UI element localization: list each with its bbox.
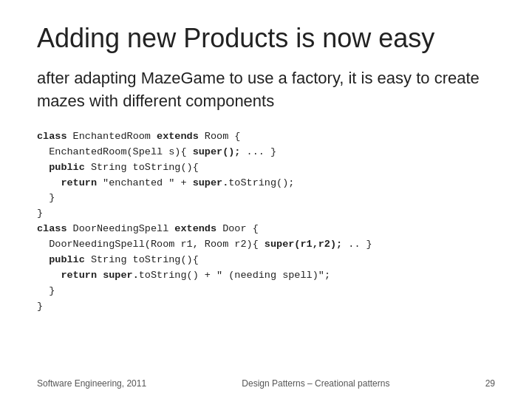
- keyword-super-2: super.: [193, 177, 229, 188]
- code-line-6: }: [37, 206, 495, 222]
- code-line-5: }: [37, 191, 495, 206]
- keyword-super-1: super();: [193, 146, 241, 157]
- code-line-11: }: [37, 284, 495, 299]
- footer: Software Engineering, 2011 Design Patter…: [37, 378, 495, 389]
- keyword-super-4: super.: [103, 270, 139, 281]
- slide-title: Adding new Products is now easy: [37, 22, 495, 54]
- code-line-8: DoorNeedingSpell(Room r1, Room r2){ supe…: [37, 237, 495, 253]
- keyword-public-2: public: [49, 254, 85, 265]
- code-line-2: EnchantedRoom(Spell s){ super(); ... }: [37, 145, 495, 160]
- code-block: class EnchantedRoom extends Room { Encha…: [37, 129, 495, 369]
- code-line-4: return "enchanted " + super.toString();: [37, 176, 495, 191]
- footer-left: Software Engineering, 2011: [37, 378, 146, 389]
- keyword-extends-1: extends: [157, 131, 199, 142]
- keyword-extends-2: extends: [174, 223, 216, 234]
- keyword-public-1: public: [49, 162, 85, 173]
- code-line-9: public String toString(){: [37, 253, 495, 268]
- code-line-3: public String toString(){: [37, 160, 495, 176]
- code-line-1: class EnchantedRoom extends Room {: [37, 129, 495, 145]
- slide: Adding new Products is now easy after ad…: [0, 0, 532, 399]
- subtitle-text: after adapting MazeGame to use a factory…: [37, 67, 495, 113]
- footer-center: Design Patterns – Creational patterns: [242, 378, 389, 389]
- footer-right: 29: [485, 378, 495, 389]
- code-line-7: class DoorNeedingSpell extends Door {: [37, 222, 495, 237]
- keyword-super-3: super(r1,r2);: [265, 239, 342, 250]
- keyword-class-1: class: [37, 131, 67, 142]
- code-line-12: }: [37, 299, 495, 315]
- keyword-return-2: return: [61, 270, 97, 281]
- keyword-class-2: class: [37, 223, 67, 234]
- code-line-10: return super.toString() + " (needing spe…: [37, 268, 495, 284]
- keyword-return-1: return: [61, 177, 97, 188]
